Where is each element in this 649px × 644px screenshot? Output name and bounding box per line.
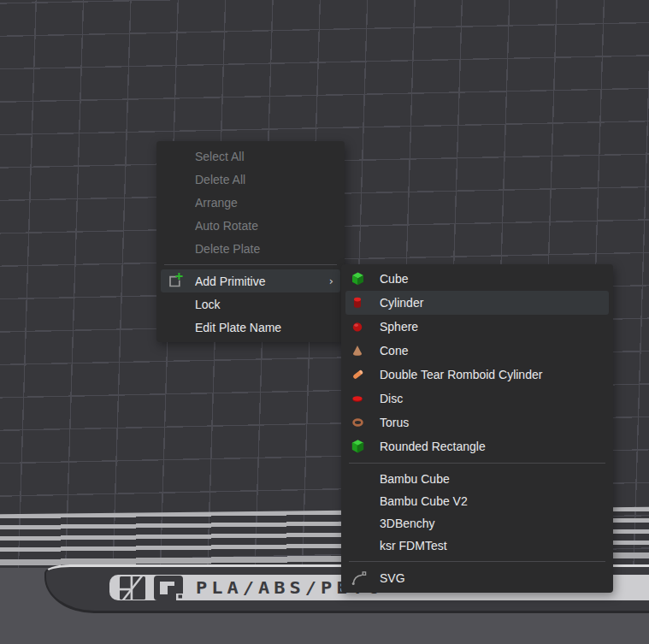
menu-item-label: Torus xyxy=(380,416,602,429)
menu-item-label: Rounded Rectangle xyxy=(380,440,602,453)
rounded-rectangle-icon xyxy=(351,440,365,454)
menu-separator xyxy=(349,463,605,464)
menu-item-arrange: Arrange xyxy=(161,191,340,214)
menu-item-label: Disc xyxy=(380,392,602,405)
menu-item-cone[interactable]: Cone xyxy=(345,339,609,363)
menu-item-delete-plate: Delete Plate xyxy=(161,237,340,260)
menu-item-label: Bambu Cube xyxy=(380,472,602,486)
menu-item-label: SVG xyxy=(380,571,602,585)
menu-item-double-tear-romboid-cylinder[interactable]: Double Tear Romboid Cylinder xyxy=(345,363,609,387)
menu-item-sphere[interactable]: Sphere xyxy=(345,315,609,339)
menu-item-label: Bambu Cube V2 xyxy=(380,494,602,508)
svg-path-icon xyxy=(351,570,367,587)
menu-item-label: Cube xyxy=(380,272,602,286)
menu-item-label: Arrange xyxy=(195,196,333,210)
torus-icon xyxy=(351,416,365,429)
menu-item-lock[interactable]: Lock xyxy=(161,292,340,316)
menu-item-label: 3DBenchy xyxy=(380,517,602,530)
cylinder-icon xyxy=(351,296,364,310)
menu-item-bambu-cube[interactable]: Bambu Cube xyxy=(345,468,609,490)
double-tear-romboid-cylinder-icon xyxy=(351,368,365,382)
menu-item-label: Lock xyxy=(195,298,333,311)
menu-item-ksr-fdmtest[interactable]: ksr FDMTest xyxy=(345,535,609,557)
bambu-logo-icon xyxy=(120,576,145,600)
menu-item-label: Double Tear Romboid Cylinder xyxy=(380,368,602,381)
menu-item-label: Add Primitive xyxy=(195,275,322,288)
menu-separator xyxy=(164,264,337,265)
menu-item-label: Delete All xyxy=(195,173,333,186)
sphere-icon xyxy=(351,320,364,334)
menu-item-torus[interactable]: Torus xyxy=(345,411,609,434)
menu-item-disc[interactable]: Disc xyxy=(345,387,609,411)
menu-item-edit-plate-name[interactable]: Edit Plate Name xyxy=(161,316,340,339)
menu-item-rounded-rectangle[interactable]: Rounded Rectangle xyxy=(345,434,609,458)
cone-icon xyxy=(351,344,364,357)
menu-item-label: Sphere xyxy=(380,320,602,334)
menu-item-bambu-cube-v2[interactable]: Bambu Cube V2 xyxy=(345,490,609,512)
menu-item-cylinder[interactable]: Cylinder xyxy=(345,291,609,315)
add-primitive-icon xyxy=(166,272,184,290)
submenu-arrow-icon: › xyxy=(329,275,333,287)
menu-item-label: Delete Plate xyxy=(195,242,333,256)
menu-separator xyxy=(349,561,605,562)
cube-icon xyxy=(351,272,365,287)
menu-item-add-primitive[interactable]: Add Primitive› xyxy=(161,269,340,292)
menu-item-delete-all: Delete All xyxy=(161,168,340,191)
plate-type-logo-icon xyxy=(154,576,183,600)
menu-item-label: Auto Rotate xyxy=(195,219,333,233)
menu-item-label: Cone xyxy=(380,344,602,357)
menu-item-cube[interactable]: Cube xyxy=(345,267,609,291)
menu-item-svg[interactable]: SVG xyxy=(345,566,609,590)
add-primitive-submenu: Cube Cylinder Sphere Cone Double Tear Ro… xyxy=(341,264,613,593)
viewport-3d: PLA/ABS/PETG HOT SU Select AllDelete All… xyxy=(0,0,649,644)
plate-context-menu: Select AllDelete AllArrangeAuto RotateDe… xyxy=(156,141,345,342)
menu-item-select-all: Select All xyxy=(161,145,340,168)
menu-item-label: Select All xyxy=(195,150,333,163)
menu-item-3dbenchy[interactable]: 3DBenchy xyxy=(345,512,609,535)
disc-icon xyxy=(351,392,364,405)
menu-item-label: Cylinder xyxy=(380,296,602,310)
menu-item-label: ksr FDMTest xyxy=(380,539,602,552)
menu-item-auto-rotate: Auto Rotate xyxy=(161,214,340,237)
menu-item-label: Edit Plate Name xyxy=(195,321,333,334)
